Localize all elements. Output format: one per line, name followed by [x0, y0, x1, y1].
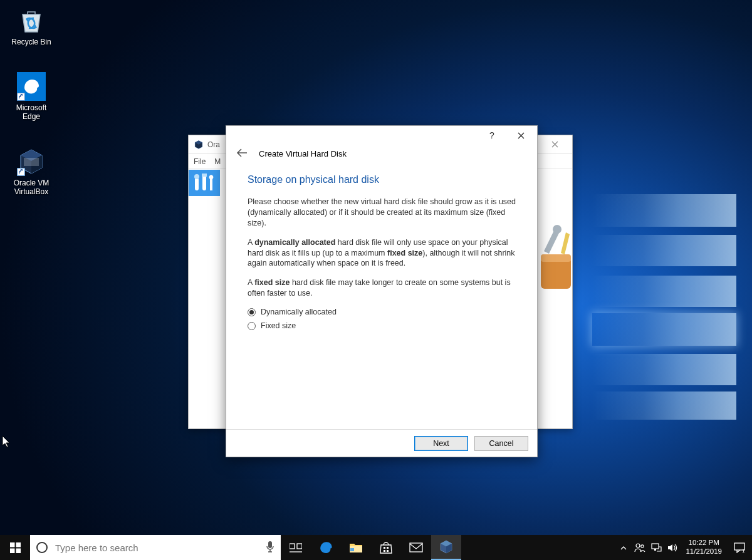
close-button[interactable] — [508, 127, 533, 144]
dialog-titlebar[interactable]: ? — [226, 126, 537, 145]
radio-fixed-size[interactable]: Fixed size — [248, 321, 516, 330]
svg-rect-12 — [541, 257, 571, 289]
svg-rect-24 — [350, 548, 354, 551]
light-beam — [592, 194, 736, 227]
svg-rect-17 — [10, 548, 15, 553]
back-button[interactable] — [236, 148, 248, 159]
task-view-icon — [290, 542, 302, 552]
taskbar-clock[interactable]: 10:22 PM 11/21/2019 — [681, 539, 727, 556]
light-beam — [592, 313, 736, 346]
menu-machine[interactable]: M — [214, 157, 221, 166]
svg-rect-18 — [16, 548, 21, 553]
svg-rect-36 — [654, 549, 656, 551]
svg-point-33 — [636, 544, 640, 547]
svg-rect-11 — [202, 174, 207, 177]
recycle-bin-icon — [17, 6, 46, 35]
dialog-heading: Storage on physical hard disk — [248, 174, 516, 185]
tools-icon — [194, 174, 215, 192]
folder-icon — [349, 542, 363, 553]
taskbar: Type here to search 10:22 PM 11/21/2019 … — [0, 535, 752, 560]
svg-rect-15 — [10, 542, 15, 547]
mail-icon — [409, 542, 423, 552]
shortcut-overlay-icon — [17, 168, 25, 176]
manager-title-text: Ora — [207, 140, 220, 149]
desktop-icon-virtualbox[interactable]: Oracle VM VirtualBox — [6, 147, 56, 196]
windows-logo-icon — [10, 542, 21, 553]
dialog-para-3: A fixed size hard disk file may take lon… — [248, 277, 516, 299]
taskbar-mail[interactable] — [401, 535, 431, 560]
manager-tools-item[interactable] — [189, 170, 220, 196]
desktop-icon-label: Microsoft Edge — [6, 103, 56, 121]
dialog-header-text: Create Virtual Hard Disk — [259, 149, 347, 158]
cortana-circle-icon — [36, 542, 48, 553]
microphone-icon[interactable] — [266, 541, 274, 555]
virtualbox-icon — [439, 539, 454, 554]
svg-rect-10 — [202, 175, 206, 190]
light-beam — [592, 235, 736, 266]
store-icon — [379, 541, 393, 554]
svg-rect-25 — [384, 547, 385, 549]
svg-rect-35 — [652, 544, 659, 549]
arrow-left-icon — [236, 148, 248, 157]
clock-date: 11/21/2019 — [686, 547, 722, 556]
start-button[interactable] — [0, 535, 30, 560]
radio-dynamically-allocated[interactable]: Dynamically allocated — [248, 308, 516, 316]
svg-rect-26 — [387, 547, 389, 549]
desktop-icon-edge[interactable]: Microsoft Edge — [6, 72, 56, 121]
tray-chevron-up-icon[interactable] — [615, 535, 632, 560]
taskbar-store[interactable] — [371, 535, 401, 560]
edge-icon — [17, 72, 46, 101]
light-beam — [592, 391, 736, 420]
svg-text:1: 1 — [742, 548, 745, 553]
edge-icon — [318, 540, 333, 555]
create-virtual-hard-disk-dialog: ? Create Virtual Hard Disk Storage on ph… — [226, 125, 538, 457]
cancel-button[interactable]: Cancel — [474, 436, 528, 451]
svg-marker-5 — [24, 158, 39, 166]
desktop-icon-label: Recycle Bin — [6, 38, 56, 46]
taskbar-file-explorer[interactable] — [341, 535, 371, 560]
svg-rect-19 — [268, 541, 272, 548]
svg-rect-21 — [297, 544, 302, 549]
desktop-icon-label: Oracle VM VirtualBox — [6, 179, 56, 196]
notification-icon: 1 — [734, 542, 745, 553]
action-center-button[interactable]: 1 — [727, 535, 752, 560]
tray-network-icon[interactable] — [648, 535, 664, 560]
system-tray: 10:22 PM 11/21/2019 1 — [615, 535, 752, 560]
menu-file[interactable]: File — [194, 157, 206, 166]
search-placeholder: Type here to search — [55, 542, 138, 553]
taskbar-virtualbox[interactable] — [431, 535, 461, 560]
tray-people-icon[interactable] — [632, 535, 648, 560]
svg-rect-8 — [195, 178, 199, 190]
clock-time: 10:22 PM — [686, 539, 722, 547]
svg-rect-29 — [410, 543, 422, 552]
svg-rect-20 — [290, 544, 295, 549]
virtualbox-icon — [194, 140, 204, 150]
close-icon[interactable] — [542, 136, 567, 153]
svg-point-14 — [553, 225, 561, 234]
task-view-button[interactable] — [281, 535, 311, 560]
radio-label: Dynamically allocated — [261, 308, 337, 316]
close-icon — [518, 132, 525, 139]
radio-icon — [248, 322, 256, 330]
shortcut-overlay-icon — [17, 93, 25, 101]
dialog-para-1: Please choose whether the new virtual ha… — [248, 197, 516, 229]
taskbar-edge[interactable] — [311, 535, 341, 560]
light-beam — [592, 354, 736, 385]
light-beam — [592, 276, 736, 307]
taskbar-search[interactable]: Type here to search — [30, 535, 281, 560]
welcome-toolbox-illustration — [541, 223, 566, 279]
dialog-para-2: A dynamically allocated hard disk file w… — [248, 237, 516, 269]
radio-icon — [248, 308, 256, 316]
virtualbox-icon — [17, 147, 46, 176]
radio-label: Fixed size — [261, 321, 296, 330]
help-button[interactable]: ? — [479, 127, 504, 144]
tray-volume-icon[interactable] — [664, 535, 681, 560]
svg-point-34 — [641, 545, 644, 547]
svg-rect-28 — [387, 550, 389, 552]
mouse-cursor-icon — [2, 435, 11, 448]
next-button[interactable]: Next — [414, 436, 468, 451]
desktop-icon-recycle-bin[interactable]: Recycle Bin — [6, 6, 56, 46]
svg-point-9 — [194, 174, 199, 179]
svg-rect-16 — [16, 542, 21, 547]
svg-rect-13 — [541, 254, 571, 262]
